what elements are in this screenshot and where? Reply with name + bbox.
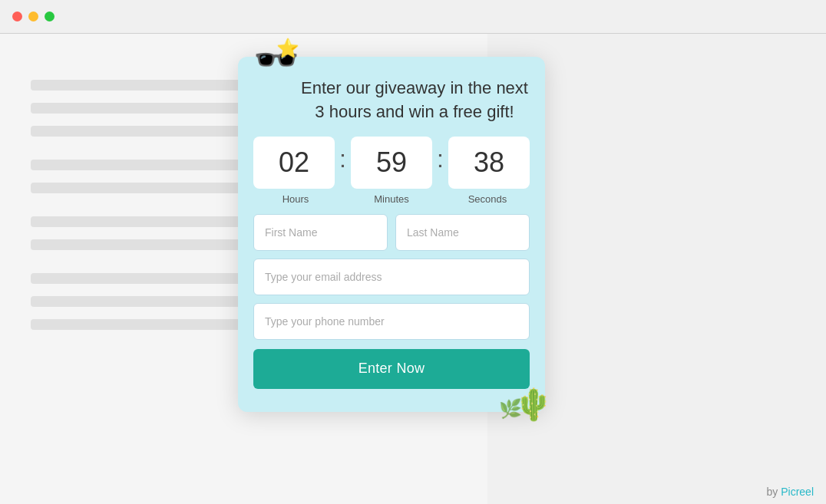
signup-form: Enter Now: [238, 214, 545, 389]
minimize-button-dot[interactable]: [28, 12, 38, 21]
timer-boxes: 02 : 59 : 38: [253, 137, 530, 189]
last-name-input[interactable]: [395, 214, 530, 251]
timer-labels: Hours Minutes Seconds: [253, 189, 530, 214]
email-input[interactable]: [253, 259, 530, 295]
modal-title: Enter our giveaway in the next 3 hours a…: [299, 77, 530, 124]
timer-minutes: 59: [351, 137, 432, 189]
phone-input[interactable]: [253, 303, 530, 340]
phone-row: [253, 303, 530, 340]
minutes-label: Minutes: [349, 193, 434, 205]
name-row: [253, 214, 530, 251]
first-name-input[interactable]: [253, 214, 388, 251]
footer-prefix: by: [767, 486, 778, 498]
picreel-link[interactable]: Picreel: [781, 486, 814, 498]
timer-colon-2: :: [437, 145, 444, 180]
starfish-decoration: ⭐: [276, 38, 299, 59]
seconds-label: Seconds: [445, 193, 530, 205]
plant-icon: 🌵: [514, 389, 553, 420]
timer-colon-1: :: [339, 145, 346, 180]
timer-seconds: 38: [448, 137, 530, 189]
modal-header: 🕶️ ⭐ Enter our giveaway in the next 3 ho…: [238, 57, 545, 124]
countdown-timer: 02 : 59 : 38 Hours Minutes Seconds: [238, 124, 545, 214]
enter-now-button[interactable]: Enter Now: [253, 349, 530, 389]
placeholder-bar: [31, 183, 244, 193]
close-button-dot[interactable]: [12, 12, 22, 21]
placeholder-bar: [31, 296, 244, 307]
hours-label: Hours: [253, 193, 338, 205]
email-row: [253, 259, 530, 295]
maximize-button-dot[interactable]: [45, 12, 55, 21]
giveaway-modal: 🕶️ ⭐ Enter our giveaway in the next 3 ho…: [238, 57, 545, 412]
browser-toolbar: [0, 0, 826, 34]
footer: by Picreel: [767, 486, 814, 498]
timer-hours: 02: [253, 137, 335, 189]
page-background: 🕶️ ⭐ Enter our giveaway in the next 3 ho…: [0, 34, 826, 504]
